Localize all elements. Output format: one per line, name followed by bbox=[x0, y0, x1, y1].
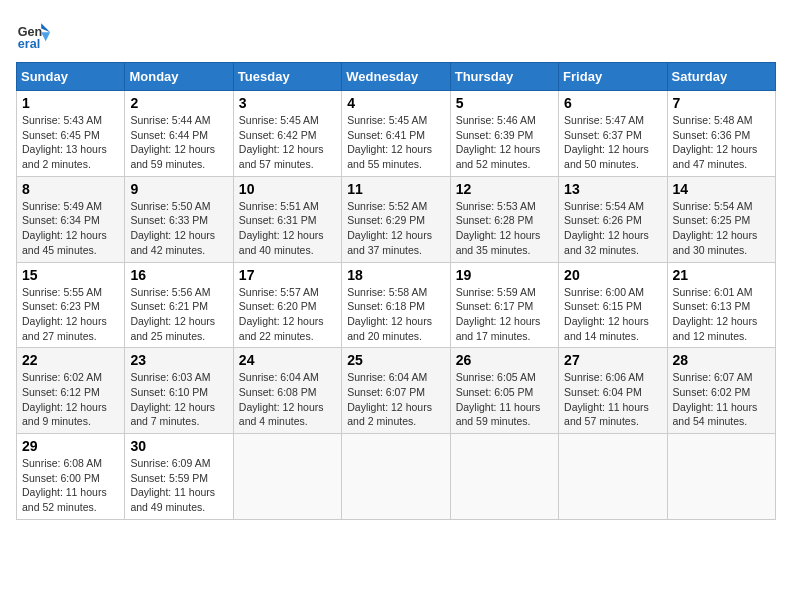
day-info: Sunrise: 6:02 AM Sunset: 6:12 PM Dayligh… bbox=[22, 370, 119, 429]
calendar-week-row: 8Sunrise: 5:49 AM Sunset: 6:34 PM Daylig… bbox=[17, 176, 776, 262]
day-info: Sunrise: 5:43 AM Sunset: 6:45 PM Dayligh… bbox=[22, 113, 119, 172]
calendar-cell: 2Sunrise: 5:44 AM Sunset: 6:44 PM Daylig… bbox=[125, 91, 233, 177]
day-info: Sunrise: 5:53 AM Sunset: 6:28 PM Dayligh… bbox=[456, 199, 553, 258]
calendar-cell: 17Sunrise: 5:57 AM Sunset: 6:20 PM Dayli… bbox=[233, 262, 341, 348]
day-number: 13 bbox=[564, 181, 661, 197]
day-info: Sunrise: 5:54 AM Sunset: 6:26 PM Dayligh… bbox=[564, 199, 661, 258]
svg-marker-3 bbox=[41, 32, 50, 41]
calendar-cell: 23Sunrise: 6:03 AM Sunset: 6:10 PM Dayli… bbox=[125, 348, 233, 434]
day-number: 19 bbox=[456, 267, 553, 283]
calendar-cell: 27Sunrise: 6:06 AM Sunset: 6:04 PM Dayli… bbox=[559, 348, 667, 434]
day-info: Sunrise: 6:06 AM Sunset: 6:04 PM Dayligh… bbox=[564, 370, 661, 429]
day-number: 16 bbox=[130, 267, 227, 283]
day-number: 27 bbox=[564, 352, 661, 368]
weekday-header-friday: Friday bbox=[559, 63, 667, 91]
day-info: Sunrise: 6:08 AM Sunset: 6:00 PM Dayligh… bbox=[22, 456, 119, 515]
calendar-cell: 6Sunrise: 5:47 AM Sunset: 6:37 PM Daylig… bbox=[559, 91, 667, 177]
calendar-cell: 25Sunrise: 6:04 AM Sunset: 6:07 PM Dayli… bbox=[342, 348, 450, 434]
day-info: Sunrise: 5:48 AM Sunset: 6:36 PM Dayligh… bbox=[673, 113, 770, 172]
calendar-cell bbox=[559, 434, 667, 520]
calendar-cell: 19Sunrise: 5:59 AM Sunset: 6:17 PM Dayli… bbox=[450, 262, 558, 348]
day-info: Sunrise: 5:44 AM Sunset: 6:44 PM Dayligh… bbox=[130, 113, 227, 172]
day-info: Sunrise: 6:09 AM Sunset: 5:59 PM Dayligh… bbox=[130, 456, 227, 515]
weekday-header-thursday: Thursday bbox=[450, 63, 558, 91]
day-info: Sunrise: 5:50 AM Sunset: 6:33 PM Dayligh… bbox=[130, 199, 227, 258]
day-number: 22 bbox=[22, 352, 119, 368]
day-number: 12 bbox=[456, 181, 553, 197]
calendar-cell: 20Sunrise: 6:00 AM Sunset: 6:15 PM Dayli… bbox=[559, 262, 667, 348]
day-number: 1 bbox=[22, 95, 119, 111]
day-number: 14 bbox=[673, 181, 770, 197]
weekday-header-tuesday: Tuesday bbox=[233, 63, 341, 91]
calendar-cell: 16Sunrise: 5:56 AM Sunset: 6:21 PM Dayli… bbox=[125, 262, 233, 348]
weekday-header-sunday: Sunday bbox=[17, 63, 125, 91]
day-info: Sunrise: 6:04 AM Sunset: 6:08 PM Dayligh… bbox=[239, 370, 336, 429]
day-number: 8 bbox=[22, 181, 119, 197]
day-info: Sunrise: 5:55 AM Sunset: 6:23 PM Dayligh… bbox=[22, 285, 119, 344]
calendar-cell: 26Sunrise: 6:05 AM Sunset: 6:05 PM Dayli… bbox=[450, 348, 558, 434]
day-number: 17 bbox=[239, 267, 336, 283]
day-info: Sunrise: 5:52 AM Sunset: 6:29 PM Dayligh… bbox=[347, 199, 444, 258]
calendar-week-row: 29Sunrise: 6:08 AM Sunset: 6:00 PM Dayli… bbox=[17, 434, 776, 520]
calendar-week-row: 22Sunrise: 6:02 AM Sunset: 6:12 PM Dayli… bbox=[17, 348, 776, 434]
weekday-header-wednesday: Wednesday bbox=[342, 63, 450, 91]
day-info: Sunrise: 6:03 AM Sunset: 6:10 PM Dayligh… bbox=[130, 370, 227, 429]
weekday-header-saturday: Saturday bbox=[667, 63, 775, 91]
calendar-cell bbox=[667, 434, 775, 520]
day-number: 25 bbox=[347, 352, 444, 368]
calendar-table: SundayMondayTuesdayWednesdayThursdayFrid… bbox=[16, 62, 776, 520]
day-info: Sunrise: 5:59 AM Sunset: 6:17 PM Dayligh… bbox=[456, 285, 553, 344]
page-header: Gen eral bbox=[16, 16, 776, 52]
calendar-cell: 15Sunrise: 5:55 AM Sunset: 6:23 PM Dayli… bbox=[17, 262, 125, 348]
calendar-cell: 8Sunrise: 5:49 AM Sunset: 6:34 PM Daylig… bbox=[17, 176, 125, 262]
day-number: 5 bbox=[456, 95, 553, 111]
calendar-cell: 30Sunrise: 6:09 AM Sunset: 5:59 PM Dayli… bbox=[125, 434, 233, 520]
calendar-cell: 5Sunrise: 5:46 AM Sunset: 6:39 PM Daylig… bbox=[450, 91, 558, 177]
day-info: Sunrise: 5:54 AM Sunset: 6:25 PM Dayligh… bbox=[673, 199, 770, 258]
calendar-cell: 7Sunrise: 5:48 AM Sunset: 6:36 PM Daylig… bbox=[667, 91, 775, 177]
day-number: 7 bbox=[673, 95, 770, 111]
day-number: 28 bbox=[673, 352, 770, 368]
calendar-cell: 13Sunrise: 5:54 AM Sunset: 6:26 PM Dayli… bbox=[559, 176, 667, 262]
day-number: 15 bbox=[22, 267, 119, 283]
day-number: 23 bbox=[130, 352, 227, 368]
day-number: 9 bbox=[130, 181, 227, 197]
calendar-cell: 24Sunrise: 6:04 AM Sunset: 6:08 PM Dayli… bbox=[233, 348, 341, 434]
day-info: Sunrise: 6:05 AM Sunset: 6:05 PM Dayligh… bbox=[456, 370, 553, 429]
weekday-header-row: SundayMondayTuesdayWednesdayThursdayFrid… bbox=[17, 63, 776, 91]
day-number: 24 bbox=[239, 352, 336, 368]
calendar-cell: 12Sunrise: 5:53 AM Sunset: 6:28 PM Dayli… bbox=[450, 176, 558, 262]
calendar-cell: 18Sunrise: 5:58 AM Sunset: 6:18 PM Dayli… bbox=[342, 262, 450, 348]
day-number: 30 bbox=[130, 438, 227, 454]
calendar-cell: 11Sunrise: 5:52 AM Sunset: 6:29 PM Dayli… bbox=[342, 176, 450, 262]
day-number: 3 bbox=[239, 95, 336, 111]
day-number: 20 bbox=[564, 267, 661, 283]
day-number: 18 bbox=[347, 267, 444, 283]
day-info: Sunrise: 5:58 AM Sunset: 6:18 PM Dayligh… bbox=[347, 285, 444, 344]
day-info: Sunrise: 5:45 AM Sunset: 6:41 PM Dayligh… bbox=[347, 113, 444, 172]
day-number: 21 bbox=[673, 267, 770, 283]
day-info: Sunrise: 6:07 AM Sunset: 6:02 PM Dayligh… bbox=[673, 370, 770, 429]
logo-icon: Gen eral bbox=[16, 16, 52, 52]
day-number: 2 bbox=[130, 95, 227, 111]
day-number: 6 bbox=[564, 95, 661, 111]
calendar-cell: 14Sunrise: 5:54 AM Sunset: 6:25 PM Dayli… bbox=[667, 176, 775, 262]
day-info: Sunrise: 6:04 AM Sunset: 6:07 PM Dayligh… bbox=[347, 370, 444, 429]
calendar-week-row: 1Sunrise: 5:43 AM Sunset: 6:45 PM Daylig… bbox=[17, 91, 776, 177]
day-number: 11 bbox=[347, 181, 444, 197]
day-info: Sunrise: 5:49 AM Sunset: 6:34 PM Dayligh… bbox=[22, 199, 119, 258]
day-info: Sunrise: 6:00 AM Sunset: 6:15 PM Dayligh… bbox=[564, 285, 661, 344]
calendar-cell: 3Sunrise: 5:45 AM Sunset: 6:42 PM Daylig… bbox=[233, 91, 341, 177]
day-number: 26 bbox=[456, 352, 553, 368]
svg-marker-2 bbox=[41, 23, 50, 32]
day-info: Sunrise: 5:56 AM Sunset: 6:21 PM Dayligh… bbox=[130, 285, 227, 344]
calendar-cell: 10Sunrise: 5:51 AM Sunset: 6:31 PM Dayli… bbox=[233, 176, 341, 262]
calendar-cell bbox=[233, 434, 341, 520]
day-info: Sunrise: 5:51 AM Sunset: 6:31 PM Dayligh… bbox=[239, 199, 336, 258]
weekday-header-monday: Monday bbox=[125, 63, 233, 91]
calendar-cell bbox=[450, 434, 558, 520]
calendar-cell: 4Sunrise: 5:45 AM Sunset: 6:41 PM Daylig… bbox=[342, 91, 450, 177]
day-info: Sunrise: 5:46 AM Sunset: 6:39 PM Dayligh… bbox=[456, 113, 553, 172]
day-info: Sunrise: 5:57 AM Sunset: 6:20 PM Dayligh… bbox=[239, 285, 336, 344]
day-number: 29 bbox=[22, 438, 119, 454]
